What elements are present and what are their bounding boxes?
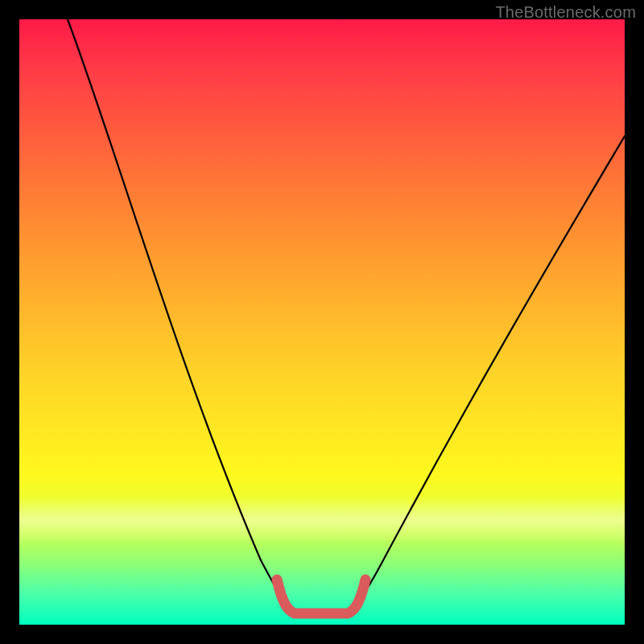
bottleneck-curve-path [68, 19, 625, 613]
optimal-range-bracket [277, 580, 365, 613]
chart-plot-area [19, 19, 625, 625]
chart-svg [19, 19, 625, 625]
watermark-text: TheBottleneck.com [495, 3, 636, 22]
chart-frame: TheBottleneck.com [0, 0, 644, 644]
